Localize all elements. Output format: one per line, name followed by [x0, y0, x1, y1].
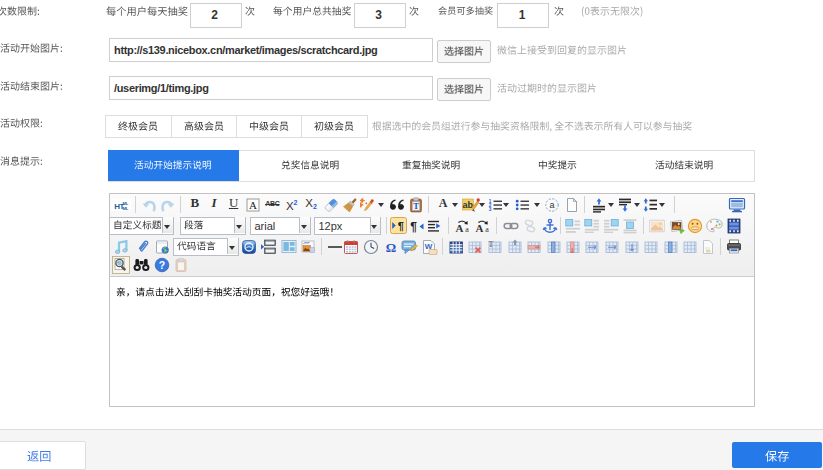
svg-text:ML: ML: [123, 205, 129, 210]
svg-text:¶: ¶: [398, 220, 404, 232]
svg-text:A: A: [455, 222, 463, 234]
svg-text:T: T: [489, 240, 494, 249]
svg-text:3: 3: [489, 206, 492, 211]
svg-text:¶: ¶: [410, 220, 417, 234]
svg-text:Ω: Ω: [386, 240, 396, 255]
svg-text:a: a: [485, 225, 489, 234]
svg-text:a: a: [550, 200, 555, 210]
svg-text:ab: ab: [463, 200, 474, 210]
svg-text:?: ?: [159, 259, 165, 271]
svg-text:A: A: [476, 222, 484, 234]
svg-text:T: T: [413, 200, 419, 210]
svg-text:a: a: [465, 225, 469, 234]
